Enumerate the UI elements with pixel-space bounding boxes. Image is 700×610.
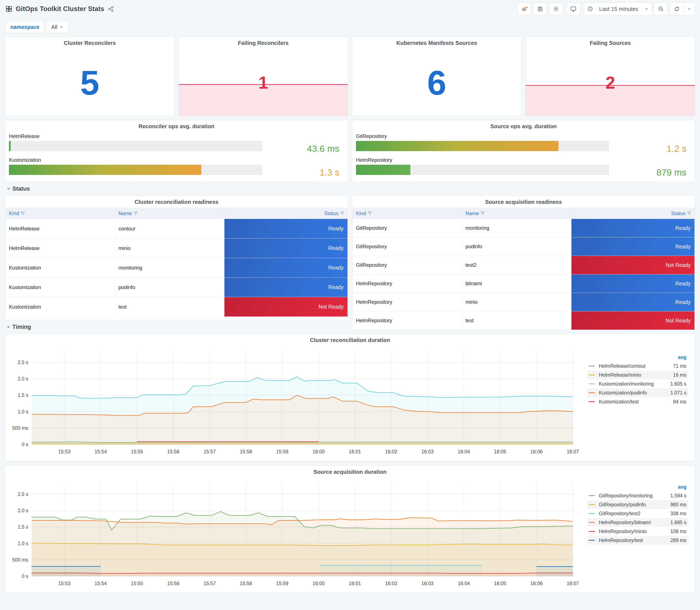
zoom-out-time-button[interactable]: [654, 2, 668, 15]
legend-avg-header[interactable]: avg: [587, 353, 688, 362]
table-cell: monitoring: [115, 258, 224, 277]
y-axis-tick-label: 0 s: [22, 574, 28, 579]
share-icon[interactable]: [108, 6, 114, 12]
x-axis-tick-label: 16:03: [421, 581, 434, 586]
bargauge-value: 1.3 s: [320, 167, 339, 178]
dashboard-settings-button[interactable]: [549, 2, 563, 15]
add-panel-button[interactable]: [518, 2, 531, 15]
bargauge-fill: [356, 165, 410, 175]
bargauge-item: Kustomization1.3 s: [9, 157, 344, 180]
panel-title[interactable]: Source ops avg. duration: [352, 123, 695, 130]
legend-series-avg: 16 ms: [673, 372, 686, 378]
legend-item[interactable]: GitRepository/monitoring1.594 s: [587, 491, 688, 500]
table-cell: Kustomization: [5, 258, 115, 277]
legend-item[interactable]: HelmRelease/contour71 ms: [587, 362, 688, 370]
timeseries-panel-source-acquisition-duration: Source acquisition duration 15:5315:5415…: [5, 465, 695, 593]
table-row: HelmRepositoryminioReady: [353, 293, 695, 311]
save-dashboard-button[interactable]: [533, 2, 547, 15]
cycle-view-mode-button[interactable]: [567, 2, 580, 15]
column-header-name[interactable]: Name: [115, 208, 224, 219]
legend-item[interactable]: HelmRelease/minio16 ms: [587, 370, 688, 380]
panel-title[interactable]: Failing Reconcilers: [179, 40, 348, 46]
table-cell: HelmRepository: [353, 293, 462, 311]
x-axis-tick-label: 16:05: [494, 449, 506, 454]
legend-item[interactable]: HelmRepository/bitnami1.695 s: [587, 518, 688, 527]
time-range-picker[interactable]: Last 15 minutes: [584, 2, 652, 15]
table-cell: podinfo: [462, 237, 571, 256]
variable-namespace-label[interactable]: namespace: [5, 21, 44, 33]
legend-series-swatch: [589, 531, 595, 532]
legend-series-avg: 1.594 s: [670, 493, 686, 499]
y-axis-tick-label: 2.5 s: [18, 359, 28, 365]
bargauge-value: 1.2 s: [667, 143, 686, 154]
panel-title[interactable]: Source acquisition readiness: [352, 199, 695, 205]
variable-namespace-value-dropdown[interactable]: All: [46, 21, 68, 33]
refresh-button[interactable]: [670, 2, 683, 15]
legend-series-avg: 71 ms: [673, 363, 686, 369]
legend-series-swatch: [589, 504, 595, 505]
table-cell: monitoring: [462, 219, 571, 237]
column-header-status[interactable]: Status: [571, 208, 695, 219]
legend-series-swatch: [589, 513, 595, 514]
panel-title[interactable]: Failing Sources: [526, 40, 695, 46]
legend-item[interactable]: HelmRepository/test289 ms: [587, 536, 688, 545]
column-header-status[interactable]: Status: [224, 208, 348, 219]
legend-avg-header[interactable]: avg: [587, 483, 688, 491]
legend-series-name: GitRepository/podinfo: [599, 502, 670, 508]
legend-item[interactable]: GitRepository/test2338 ms: [587, 509, 688, 518]
panel-title[interactable]: Kubernetes Manifests Sources: [352, 40, 521, 46]
legend-item[interactable]: Kustomization/monitoring1.605 s: [587, 380, 688, 388]
legend-item[interactable]: GitRepository/podinfo980 ms: [587, 500, 688, 509]
y-axis-tick-label: 2.0 s: [18, 508, 28, 513]
status-cell: Not Ready: [224, 297, 348, 317]
panel-title[interactable]: Cluster reconciliation readiness: [5, 199, 348, 205]
x-axis-tick-label: 15:57: [204, 449, 216, 454]
refresh-interval-dropdown[interactable]: [683, 2, 695, 15]
filter-funnel-icon[interactable]: [687, 212, 691, 215]
table-cell: test2: [462, 256, 571, 274]
bargauge-label: GitRepository: [356, 133, 691, 139]
stat-value: 6: [352, 65, 521, 100]
y-axis-tick-label: 1.5 s: [18, 524, 28, 530]
legend-item[interactable]: HelmRepository/minio108 ms: [587, 527, 688, 536]
chart-legend: avgGitRepository/monitoring1.594 sGitRep…: [587, 483, 688, 545]
bargauge-track: [9, 165, 262, 175]
x-axis-tick-label: 15:56: [167, 581, 180, 586]
filter-funnel-icon[interactable]: [368, 212, 372, 215]
panel-title[interactable]: Reconciler ops avg. duration: [5, 123, 348, 130]
panel-title[interactable]: Cluster Reconcilers: [5, 40, 175, 46]
table-row: KustomizationmonitoringReady: [5, 258, 348, 277]
status-cell: Ready: [224, 277, 348, 297]
filter-funnel-icon[interactable]: [481, 212, 485, 215]
legend-series-avg: 980 ms: [670, 502, 686, 508]
filter-funnel-icon[interactable]: [134, 212, 137, 215]
y-axis-tick-label: 2.0 s: [18, 376, 28, 382]
x-axis-tick-label: 16:04: [458, 581, 470, 586]
bargauge-rows: GitRepository1.2 sHelmRepository879 ms: [356, 132, 691, 179]
chevron-down-icon: [687, 6, 691, 11]
legend-series-swatch: [589, 522, 595, 523]
time-range-label: Last 15 minutes: [595, 6, 642, 12]
status-cell: Ready: [224, 239, 348, 258]
legend-item[interactable]: Kustomization/podinfo1.071 s: [587, 388, 688, 397]
stat-panel-failing-reconcilers: Failing Reconcilers 1: [179, 36, 348, 116]
status-cell: Ready: [224, 258, 348, 277]
y-axis-tick-label: 0 s: [22, 442, 28, 447]
legend-series-name: Kustomization/monitoring: [599, 381, 670, 387]
apps-grid-icon[interactable]: [5, 5, 12, 12]
column-header-kind[interactable]: Kind: [5, 208, 115, 219]
dashboard-toolbar: Last 15 minutes: [518, 2, 695, 15]
column-header-name[interactable]: Name: [462, 208, 571, 219]
x-axis-tick-label: 16:05: [494, 581, 506, 586]
filter-funnel-icon[interactable]: [21, 212, 25, 215]
x-axis-tick-label: 16:07: [567, 581, 579, 586]
table-cell: HelmRelease: [5, 219, 115, 239]
column-header-kind[interactable]: Kind: [353, 208, 462, 219]
section-header-status[interactable]: Status: [0, 182, 700, 195]
bargauge-item: GitRepository1.2 s: [356, 133, 691, 156]
page-title: GitOps Toolkit Cluster Stats: [16, 5, 104, 13]
legend-item[interactable]: Kustomization/test84 ms: [587, 397, 688, 406]
table-cell: minio: [115, 239, 224, 258]
filter-funnel-icon[interactable]: [340, 212, 344, 215]
table-row: KustomizationtestNot Ready: [5, 297, 348, 317]
